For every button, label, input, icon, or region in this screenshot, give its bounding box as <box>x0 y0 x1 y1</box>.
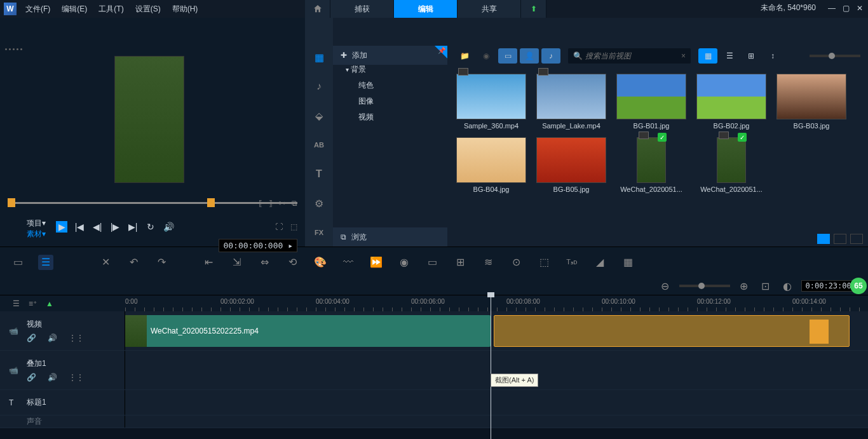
tab-capture[interactable]: 捕获 <box>330 0 394 18</box>
media-thumb[interactable]: BG-B02.jpg <box>695 74 768 130</box>
3d-title-icon[interactable]: T₃ᴅ <box>564 255 580 270</box>
video-clip-2[interactable] <box>494 315 850 347</box>
maximize-icon[interactable]: ▢ <box>841 4 850 13</box>
track-options-icon[interactable]: ☰ <box>13 299 20 308</box>
trim-bar[interactable] <box>8 196 297 206</box>
fit-screen-icon[interactable]: ⇲ <box>229 255 244 270</box>
tree-solid[interactable]: 纯色 <box>333 78 447 93</box>
audio-wave-icon[interactable]: 〰 <box>341 255 356 270</box>
link-icon[interactable]: 🔗 <box>27 334 36 342</box>
media-thumb[interactable]: Sample_360.mp4 <box>455 74 527 130</box>
preview-viewport[interactable] <box>114 56 184 183</box>
redo-icon[interactable]: ↷ <box>154 255 169 270</box>
filter-audio-icon[interactable]: ♪ <box>541 48 560 64</box>
sort-icon[interactable]: ↕ <box>763 48 782 64</box>
video-track-body[interactable]: WeChat_20200515202225.mp4 <box>125 311 868 350</box>
menu-help[interactable]: 帮助(H) <box>172 4 198 15</box>
layers-icon[interactable]: ◉ <box>397 255 412 270</box>
clear-search-icon[interactable]: × <box>681 51 686 60</box>
fit-project-icon[interactable]: ⊡ <box>758 278 773 294</box>
speed-icon[interactable]: ⏩ <box>369 255 384 270</box>
fullscreen-icon[interactable]: ⛶ <box>275 222 283 231</box>
fit-left-icon[interactable]: ⇤ <box>201 255 216 270</box>
filter-video-icon[interactable]: ▭ <box>498 48 517 64</box>
tab-home[interactable] <box>305 0 330 18</box>
drag-handle-icon[interactable] <box>5 48 22 50</box>
timeline-ruler[interactable]: 0:0000:00:02:0000:00:04:0000:00:06:0000:… <box>125 295 868 311</box>
capture-icon[interactable]: ◉ <box>477 48 496 64</box>
trim-in-handle[interactable] <box>8 198 15 207</box>
progress-badge[interactable]: 65 <box>850 278 867 294</box>
fx-tab-icon[interactable]: FX <box>311 225 327 240</box>
pan-zoom-icon[interactable]: ▦ <box>620 255 635 270</box>
mark-out-icon[interactable]: ⟧ <box>269 199 273 208</box>
tab-upload[interactable]: ⬆ <box>521 0 546 18</box>
next-frame-icon[interactable]: |▶ <box>109 221 121 233</box>
media-thumb[interactable]: BG-B04.jpg <box>455 137 527 193</box>
import-folder-icon[interactable]: 📁 <box>455 48 474 64</box>
audio-tab-icon[interactable]: ♪ <box>311 79 327 94</box>
add-media-button[interactable]: ✚ 添加 📌 <box>333 46 447 65</box>
volume-icon[interactable]: 🔊 <box>163 221 174 233</box>
pin-icon[interactable]: 📌 <box>438 47 445 54</box>
view-mode-1[interactable] <box>817 234 830 244</box>
title-track-body[interactable] <box>125 390 868 415</box>
mute-icon[interactable]: 🔊 <box>48 334 57 342</box>
browse-button[interactable]: ⧉ 浏览 <box>333 227 447 247</box>
material-mode[interactable]: 素材▾ <box>27 229 46 240</box>
media-tab-icon[interactable]: ▦ <box>311 50 327 65</box>
view-thumb-icon[interactable]: ▦ <box>698 48 717 64</box>
media-thumb[interactable]: BG-B03.jpg <box>775 74 848 130</box>
menu-settings[interactable]: 设置(S) <box>135 4 161 15</box>
copy-icon[interactable]: ⧉ <box>292 199 297 208</box>
color-icon[interactable]: 🎨 <box>313 255 328 270</box>
menu-tools[interactable]: 工具(T) <box>98 4 123 15</box>
split-screen-icon[interactable]: ⊞ <box>452 255 468 270</box>
split-icon[interactable]: ✂ <box>279 199 285 208</box>
playhead[interactable] <box>491 295 491 439</box>
graphics-tab-icon[interactable]: ⚙ <box>311 196 327 211</box>
project-mode[interactable]: 项目▾ <box>27 218 46 229</box>
search-input[interactable] <box>585 51 681 60</box>
rotate-icon[interactable]: ⟲ <box>285 255 300 270</box>
timeline-view-icon[interactable]: ☰ <box>38 255 53 270</box>
view-mode-3[interactable] <box>850 234 863 244</box>
clock-icon[interactable]: ◐ <box>780 278 795 294</box>
lock-icon[interactable]: ⋮⋮ <box>69 334 84 342</box>
view-list-icon[interactable]: ☰ <box>720 48 739 64</box>
motion-icon[interactable]: ≋ <box>480 255 496 270</box>
loop-icon[interactable]: ↻ <box>145 221 156 233</box>
fit-width-icon[interactable]: ⇔ <box>257 255 272 270</box>
prev-frame-icon[interactable]: ◀| <box>92 221 103 233</box>
thumb-zoom-slider[interactable] <box>810 55 860 57</box>
chroma-icon[interactable]: ◢ <box>592 255 607 270</box>
menu-file[interactable]: 文件(F) <box>25 4 50 15</box>
track-motion-icon[interactable]: ⊙ <box>508 255 524 270</box>
tool-settings-icon[interactable]: ✕ <box>98 255 113 270</box>
track-collapse-icon[interactable]: ▲ <box>46 299 53 308</box>
track-add-icon[interactable]: ≡⁺ <box>29 299 37 308</box>
tab-share[interactable]: 共享 <box>458 0 521 18</box>
view-grid-icon[interactable]: ⊞ <box>742 48 761 64</box>
zoom-in-icon[interactable]: ⊕ <box>736 278 752 294</box>
preview-timecode[interactable]: 00:00:00:000 ▸ <box>219 239 297 252</box>
timeline-zoom-slider[interactable] <box>679 285 730 287</box>
audio-track-body[interactable] <box>125 415 868 428</box>
mask-icon[interactable]: ⬚ <box>536 255 552 270</box>
trim-out-handle[interactable] <box>207 198 215 207</box>
tree-video[interactable]: 视频 <box>333 109 447 125</box>
storyboard-view-icon[interactable]: ▭ <box>10 255 25 270</box>
filter-photo-icon[interactable]: 👤 <box>520 48 539 64</box>
tab-edit[interactable]: 编辑 <box>394 0 458 18</box>
close-icon[interactable]: ✕ <box>855 4 864 13</box>
zoom-out-icon[interactable]: ⊖ <box>658 278 673 294</box>
text-tab-icon[interactable]: T <box>311 166 327 182</box>
link-icon[interactable]: 🔗 <box>27 373 36 382</box>
crop-icon[interactable]: ⬚ <box>290 222 297 231</box>
media-thumb[interactable]: BG-B05.jpg <box>535 137 607 193</box>
media-thumb[interactable]: Sample_Lake.mp4 <box>535 74 607 130</box>
media-thumb[interactable]: BG-B01.jpg <box>615 74 688 130</box>
mute-icon[interactable]: 🔊 <box>48 373 57 382</box>
go-start-icon[interactable]: |◀ <box>74 221 85 233</box>
subtitle-icon[interactable]: ▭ <box>424 255 440 270</box>
